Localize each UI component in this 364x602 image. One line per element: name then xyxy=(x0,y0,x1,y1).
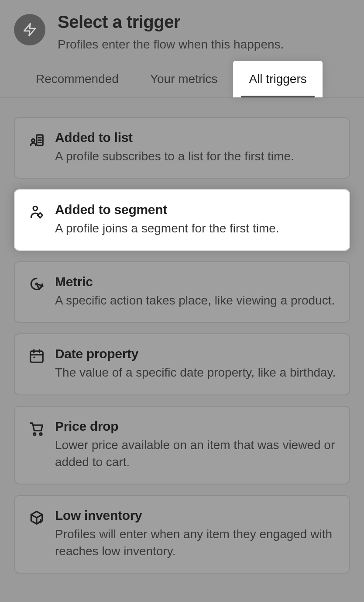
calendar-icon xyxy=(28,347,45,365)
list-user-icon xyxy=(28,131,45,149)
header: Select a trigger Profiles enter the flow… xyxy=(14,12,350,53)
trigger-metric[interactable]: Metric A specific action takes place, li… xyxy=(14,261,350,323)
trigger-title: Price drop xyxy=(55,419,336,434)
trigger-description: A profile subscribes to a list for the f… xyxy=(55,148,336,165)
tab-recommended[interactable]: Recommended xyxy=(20,61,134,97)
svg-rect-9 xyxy=(31,351,43,362)
svg-point-8 xyxy=(36,284,37,285)
tabs: Recommended Your metrics All triggers xyxy=(0,61,364,98)
svg-rect-7 xyxy=(38,213,42,218)
segment-user-icon xyxy=(28,203,45,221)
trigger-added-to-list[interactable]: Added to list A profile subscribes to a … xyxy=(14,117,350,179)
svg-point-14 xyxy=(34,433,36,435)
trigger-low-inventory[interactable]: Low inventory Profiles will enter when a… xyxy=(14,495,350,574)
svg-marker-0 xyxy=(24,24,35,36)
cart-icon xyxy=(28,420,45,437)
trigger-title: Metric xyxy=(55,274,336,289)
trigger-list: Added to list A profile subscribes to a … xyxy=(14,98,350,574)
tab-your-metrics[interactable]: Your metrics xyxy=(134,61,234,97)
svg-point-6 xyxy=(33,206,38,211)
svg-point-15 xyxy=(40,433,42,435)
trigger-description: A profile joins a segment for the first … xyxy=(55,220,336,237)
lightning-icon xyxy=(14,14,45,45)
tab-all-triggers[interactable]: All triggers xyxy=(233,61,322,97)
trigger-title: Date property xyxy=(55,346,336,361)
trigger-description: Profiles will enter when any item they e… xyxy=(55,526,336,560)
svg-point-1 xyxy=(32,139,35,142)
page-subtitle: Profiles enter the flow when this happen… xyxy=(58,36,284,53)
trigger-title: Added to segment xyxy=(55,202,336,217)
trigger-title: Added to list xyxy=(55,130,336,145)
trigger-description: A specific action takes place, like view… xyxy=(55,292,336,309)
page-title: Select a trigger xyxy=(58,12,284,32)
trigger-description: The value of a specific date property, l… xyxy=(55,364,336,381)
svg-point-13 xyxy=(34,357,35,359)
trigger-description: Lower price available on an item that wa… xyxy=(55,436,336,471)
cursor-click-icon xyxy=(28,275,45,293)
trigger-date-property[interactable]: Date property The value of a specific da… xyxy=(14,333,350,395)
trigger-added-to-segment[interactable]: Added to segment A profile joins a segme… xyxy=(14,189,350,251)
trigger-title: Low inventory xyxy=(55,508,336,523)
box-icon xyxy=(28,509,45,526)
trigger-price-drop[interactable]: Price drop Lower price available on an i… xyxy=(14,406,350,484)
